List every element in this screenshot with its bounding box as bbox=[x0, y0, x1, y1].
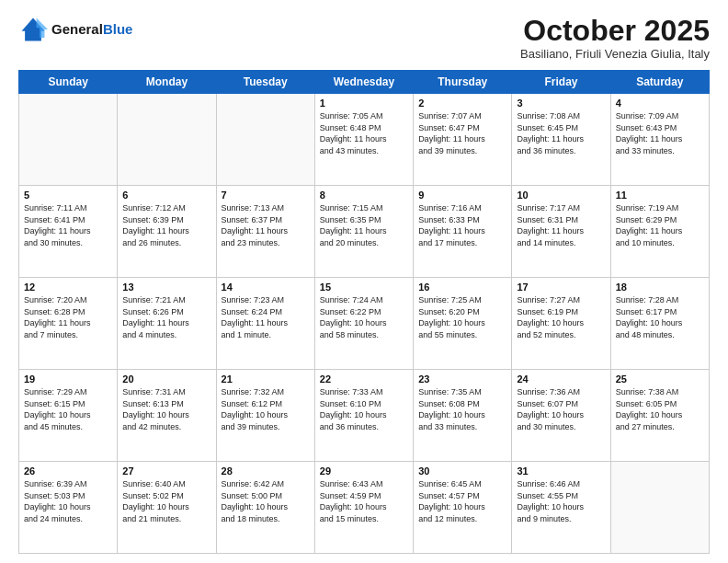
calendar-cell: 29Sunrise: 6:43 AM Sunset: 4:59 PM Dayli… bbox=[314, 462, 413, 554]
calendar-cell: 6Sunrise: 7:12 AM Sunset: 6:39 PM Daylig… bbox=[118, 186, 216, 278]
day-info: Sunrise: 6:42 AM Sunset: 5:00 PM Dayligh… bbox=[222, 478, 310, 524]
day-info: Sunrise: 7:32 AM Sunset: 6:12 PM Dayligh… bbox=[222, 386, 310, 432]
day-info: Sunrise: 7:33 AM Sunset: 6:10 PM Dayligh… bbox=[320, 386, 408, 432]
calendar-cell: 1Sunrise: 7:05 AM Sunset: 6:48 PM Daylig… bbox=[314, 94, 413, 186]
month-title: October 2025 bbox=[520, 15, 710, 47]
day-info: Sunrise: 6:40 AM Sunset: 5:02 PM Dayligh… bbox=[122, 478, 210, 524]
day-info: Sunrise: 7:08 AM Sunset: 6:45 PM Dayligh… bbox=[517, 110, 605, 156]
day-number: 26 bbox=[24, 465, 112, 477]
day-number: 30 bbox=[418, 465, 506, 477]
calendar-week-4: 19Sunrise: 7:29 AM Sunset: 6:15 PM Dayli… bbox=[19, 370, 710, 462]
logo-text: GeneralBlue bbox=[51, 21, 132, 38]
calendar-cell: 16Sunrise: 7:25 AM Sunset: 6:20 PM Dayli… bbox=[414, 278, 512, 370]
day-header-tuesday: Tuesday bbox=[216, 71, 314, 94]
day-header-thursday: Thursday bbox=[414, 71, 512, 94]
calendar-cell bbox=[216, 94, 314, 186]
day-number: 18 bbox=[616, 282, 704, 293]
day-number: 29 bbox=[320, 465, 408, 477]
calendar-cell: 23Sunrise: 7:35 AM Sunset: 6:08 PM Dayli… bbox=[414, 370, 512, 462]
calendar-cell bbox=[118, 94, 216, 186]
day-number: 10 bbox=[517, 190, 605, 201]
day-number: 17 bbox=[517, 282, 605, 293]
calendar-cell: 2Sunrise: 7:07 AM Sunset: 6:47 PM Daylig… bbox=[414, 94, 512, 186]
day-info: Sunrise: 6:43 AM Sunset: 4:59 PM Dayligh… bbox=[320, 478, 408, 524]
day-number: 24 bbox=[517, 373, 605, 385]
calendar-cell: 10Sunrise: 7:17 AM Sunset: 6:31 PM Dayli… bbox=[512, 186, 610, 278]
calendar-cell: 20Sunrise: 7:31 AM Sunset: 6:13 PM Dayli… bbox=[118, 370, 216, 462]
calendar-week-2: 5Sunrise: 7:11 AM Sunset: 6:41 PM Daylig… bbox=[19, 186, 710, 278]
calendar-cell: 13Sunrise: 7:21 AM Sunset: 6:26 PM Dayli… bbox=[118, 278, 216, 370]
day-info: Sunrise: 7:17 AM Sunset: 6:31 PM Dayligh… bbox=[517, 202, 605, 248]
day-number: 16 bbox=[418, 282, 506, 293]
day-info: Sunrise: 7:11 AM Sunset: 6:41 PM Dayligh… bbox=[24, 202, 112, 248]
day-info: Sunrise: 7:09 AM Sunset: 6:43 PM Dayligh… bbox=[616, 110, 704, 156]
day-number: 3 bbox=[517, 98, 605, 109]
day-info: Sunrise: 7:38 AM Sunset: 6:05 PM Dayligh… bbox=[616, 386, 704, 432]
day-number: 13 bbox=[122, 282, 210, 293]
day-info: Sunrise: 7:13 AM Sunset: 6:37 PM Dayligh… bbox=[222, 202, 310, 248]
title-section: October 2025 Basiliano, Friuli Venezia G… bbox=[520, 15, 710, 61]
calendar-cell: 24Sunrise: 7:36 AM Sunset: 6:07 PM Dayli… bbox=[512, 370, 610, 462]
day-number: 7 bbox=[222, 190, 310, 201]
day-info: Sunrise: 7:16 AM Sunset: 6:33 PM Dayligh… bbox=[418, 202, 506, 248]
day-number: 2 bbox=[418, 98, 506, 109]
day-number: 11 bbox=[616, 190, 704, 201]
calendar-cell: 21Sunrise: 7:32 AM Sunset: 6:12 PM Dayli… bbox=[216, 370, 314, 462]
calendar-cell: 31Sunrise: 6:46 AM Sunset: 4:55 PM Dayli… bbox=[512, 462, 610, 554]
day-info: Sunrise: 7:07 AM Sunset: 6:47 PM Dayligh… bbox=[418, 110, 506, 156]
location: Basiliano, Friuli Venezia Giulia, Italy bbox=[520, 47, 710, 61]
calendar-cell: 3Sunrise: 7:08 AM Sunset: 6:45 PM Daylig… bbox=[512, 94, 610, 186]
calendar-cell: 11Sunrise: 7:19 AM Sunset: 6:29 PM Dayli… bbox=[610, 186, 709, 278]
day-info: Sunrise: 7:05 AM Sunset: 6:48 PM Dayligh… bbox=[320, 110, 408, 156]
day-info: Sunrise: 6:39 AM Sunset: 5:03 PM Dayligh… bbox=[24, 478, 112, 524]
day-number: 27 bbox=[122, 465, 210, 477]
day-number: 19 bbox=[24, 373, 112, 385]
calendar-cell: 22Sunrise: 7:33 AM Sunset: 6:10 PM Dayli… bbox=[314, 370, 413, 462]
day-number: 9 bbox=[418, 190, 506, 201]
calendar-cell: 14Sunrise: 7:23 AM Sunset: 6:24 PM Dayli… bbox=[216, 278, 314, 370]
day-number: 12 bbox=[24, 282, 112, 293]
calendar-cell: 18Sunrise: 7:28 AM Sunset: 6:17 PM Dayli… bbox=[610, 278, 709, 370]
logo: GeneralBlue bbox=[18, 15, 132, 44]
day-number: 22 bbox=[320, 373, 408, 385]
day-info: Sunrise: 7:19 AM Sunset: 6:29 PM Dayligh… bbox=[616, 202, 704, 248]
day-number: 20 bbox=[122, 373, 210, 385]
day-info: Sunrise: 7:23 AM Sunset: 6:24 PM Dayligh… bbox=[222, 294, 310, 340]
day-header-saturday: Saturday bbox=[610, 71, 709, 94]
calendar-cell: 5Sunrise: 7:11 AM Sunset: 6:41 PM Daylig… bbox=[19, 186, 118, 278]
calendar-cell bbox=[610, 462, 709, 554]
day-number: 21 bbox=[222, 373, 310, 385]
calendar-week-5: 26Sunrise: 6:39 AM Sunset: 5:03 PM Dayli… bbox=[19, 462, 710, 554]
day-number: 5 bbox=[24, 190, 112, 201]
day-info: Sunrise: 7:29 AM Sunset: 6:15 PM Dayligh… bbox=[24, 386, 112, 432]
calendar-cell: 27Sunrise: 6:40 AM Sunset: 5:02 PM Dayli… bbox=[118, 462, 216, 554]
day-info: Sunrise: 7:20 AM Sunset: 6:28 PM Dayligh… bbox=[24, 294, 112, 340]
day-info: Sunrise: 6:45 AM Sunset: 4:57 PM Dayligh… bbox=[418, 478, 506, 524]
day-info: Sunrise: 7:35 AM Sunset: 6:08 PM Dayligh… bbox=[418, 386, 506, 432]
calendar-cell: 19Sunrise: 7:29 AM Sunset: 6:15 PM Dayli… bbox=[19, 370, 118, 462]
calendar-cell: 9Sunrise: 7:16 AM Sunset: 6:33 PM Daylig… bbox=[414, 186, 512, 278]
logo-icon bbox=[18, 15, 48, 44]
calendar-week-3: 12Sunrise: 7:20 AM Sunset: 6:28 PM Dayli… bbox=[19, 278, 710, 370]
day-number: 6 bbox=[122, 190, 210, 201]
day-number: 4 bbox=[616, 98, 704, 109]
day-info: Sunrise: 7:15 AM Sunset: 6:35 PM Dayligh… bbox=[320, 202, 408, 248]
day-info: Sunrise: 7:27 AM Sunset: 6:19 PM Dayligh… bbox=[517, 294, 605, 340]
day-info: Sunrise: 7:12 AM Sunset: 6:39 PM Dayligh… bbox=[122, 202, 210, 248]
day-number: 23 bbox=[418, 373, 506, 385]
calendar-header-row: SundayMondayTuesdayWednesdayThursdayFrid… bbox=[19, 71, 710, 94]
header: GeneralBlue October 2025 Basiliano, Friu… bbox=[18, 15, 710, 61]
day-header-sunday: Sunday bbox=[19, 71, 118, 94]
day-info: Sunrise: 6:46 AM Sunset: 4:55 PM Dayligh… bbox=[517, 478, 605, 524]
day-info: Sunrise: 7:36 AM Sunset: 6:07 PM Dayligh… bbox=[517, 386, 605, 432]
calendar-week-1: 1Sunrise: 7:05 AM Sunset: 6:48 PM Daylig… bbox=[19, 94, 710, 186]
calendar-cell: 7Sunrise: 7:13 AM Sunset: 6:37 PM Daylig… bbox=[216, 186, 314, 278]
calendar-cell: 17Sunrise: 7:27 AM Sunset: 6:19 PM Dayli… bbox=[512, 278, 610, 370]
day-number: 28 bbox=[222, 465, 310, 477]
day-info: Sunrise: 7:28 AM Sunset: 6:17 PM Dayligh… bbox=[616, 294, 704, 340]
day-info: Sunrise: 7:31 AM Sunset: 6:13 PM Dayligh… bbox=[122, 386, 210, 432]
day-header-monday: Monday bbox=[118, 71, 216, 94]
day-info: Sunrise: 7:25 AM Sunset: 6:20 PM Dayligh… bbox=[418, 294, 506, 340]
day-number: 25 bbox=[616, 373, 704, 385]
day-number: 1 bbox=[320, 98, 408, 109]
